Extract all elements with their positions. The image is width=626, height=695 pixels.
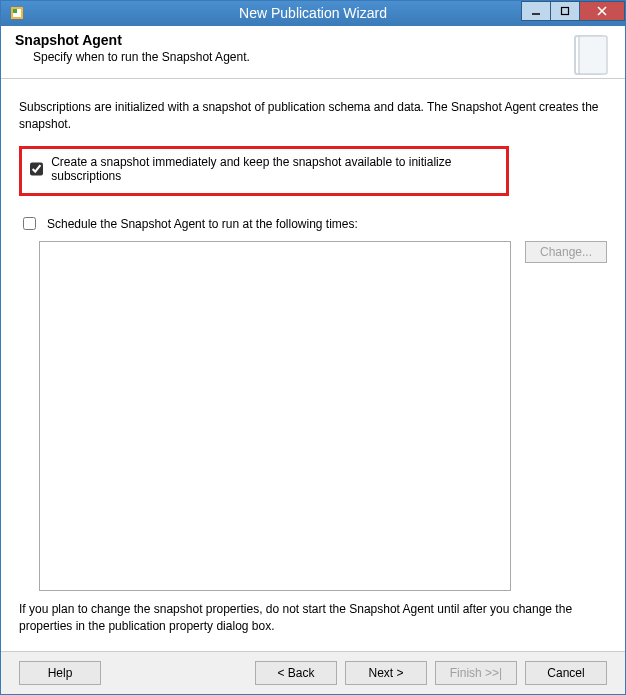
change-button: Change... — [525, 241, 607, 263]
wizard-footer: Help < Back Next > Finish >>| Cancel — [1, 651, 625, 694]
create-snapshot-label[interactable]: Create a snapshot immediately and keep t… — [51, 155, 498, 183]
schedule-row: Schedule the Snapshot Agent to run at th… — [19, 214, 607, 233]
page-subtitle: Specify when to run the Snapshot Agent. — [33, 50, 611, 64]
create-snapshot-row: Create a snapshot immediately and keep t… — [30, 155, 498, 183]
wizard-body: Subscriptions are initialized with a sna… — [1, 79, 625, 651]
wizard-header: Snapshot Agent Specify when to run the S… — [1, 26, 625, 79]
svg-rect-2 — [13, 9, 17, 13]
svg-rect-4 — [562, 8, 569, 15]
svg-rect-8 — [579, 36, 607, 74]
close-button[interactable] — [579, 1, 625, 21]
help-button[interactable]: Help — [19, 661, 101, 685]
minimize-button[interactable] — [521, 1, 551, 21]
wizard-window: New Publication Wizard Snapshot Agent Sp… — [0, 0, 626, 695]
intro-text: Subscriptions are initialized with a sna… — [19, 99, 607, 133]
schedule-label[interactable]: Schedule the Snapshot Agent to run at th… — [47, 217, 358, 231]
title-bar[interactable]: New Publication Wizard — [1, 1, 625, 26]
window-controls — [522, 1, 625, 26]
next-button[interactable]: Next > — [345, 661, 427, 685]
highlighted-option: Create a snapshot immediately and keep t… — [19, 146, 509, 196]
schedule-checkbox[interactable] — [23, 217, 36, 230]
app-icon — [9, 5, 25, 21]
schedule-listbox[interactable] — [39, 241, 511, 591]
schedule-area: Change... — [19, 241, 607, 591]
create-snapshot-checkbox[interactable] — [30, 162, 43, 176]
back-button[interactable]: < Back — [255, 661, 337, 685]
header-decoration-icon — [565, 30, 615, 83]
finish-button: Finish >>| — [435, 661, 517, 685]
cancel-button[interactable]: Cancel — [525, 661, 607, 685]
footer-note: If you plan to change the snapshot prope… — [19, 601, 607, 635]
page-title: Snapshot Agent — [15, 32, 611, 48]
maximize-button[interactable] — [550, 1, 580, 21]
